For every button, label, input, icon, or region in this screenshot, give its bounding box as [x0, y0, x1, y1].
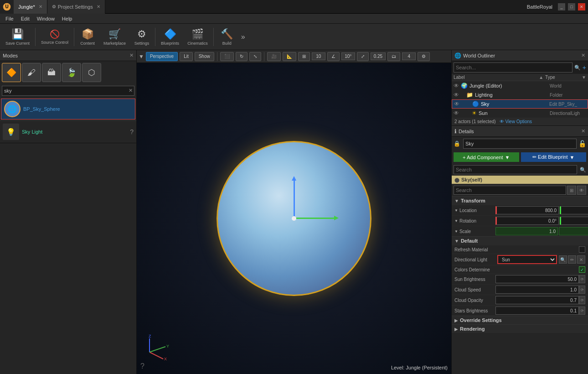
- mode-foliage[interactable]: 🍃: [62, 63, 81, 82]
- directional-light-search[interactable]: 🔍: [559, 255, 567, 264]
- eye-icon-jungle[interactable]: 👁: [454, 83, 459, 89]
- menu-help[interactable]: Help: [58, 14, 76, 24]
- outliner-search-input[interactable]: [454, 62, 573, 73]
- sort-icon[interactable]: ▲: [539, 75, 543, 80]
- directional-light-clear[interactable]: ✕: [577, 255, 585, 264]
- transform-section-header[interactable]: ▼ Transform: [452, 196, 588, 205]
- details-eye-view[interactable]: 👁: [577, 186, 586, 195]
- close-tab-jungle[interactable]: ✕: [39, 4, 42, 9]
- rendering-section-header[interactable]: ▶ Rendering: [452, 324, 588, 333]
- menu-edit[interactable]: Edit: [17, 14, 33, 24]
- override-settings-section-header[interactable]: ▶ Override Settings: [452, 316, 588, 324]
- cloud-speed-input[interactable]: [495, 286, 579, 294]
- menu-window[interactable]: Window: [33, 14, 58, 24]
- mode-placement[interactable]: 🔶: [2, 63, 21, 82]
- cinematics-button[interactable]: 🎬 Cinematics: [184, 25, 211, 49]
- cloud-opacity-spin[interactable]: ⟳: [579, 296, 585, 304]
- cloud-opacity-input[interactable]: [495, 296, 579, 304]
- eye-icon-sun[interactable]: 👁: [454, 110, 459, 116]
- outliner-item-sky[interactable]: 👁 🔵 Sky Edit BP_Sky_: [452, 99, 588, 109]
- tab-project-settings[interactable]: ⚙ Project Settings ✕: [47, 0, 105, 14]
- outliner-search-icon[interactable]: 🔍: [574, 65, 581, 71]
- perspective-button[interactable]: Perspective: [146, 52, 178, 61]
- svg-text:U: U: [5, 4, 8, 9]
- details-lock-icon[interactable]: 🔒: [454, 140, 460, 147]
- source-control-button[interactable]: 🚫 Source Control: [37, 25, 72, 49]
- stars-brightness-input[interactable]: [495, 306, 579, 315]
- scale-x-input[interactable]: [495, 227, 558, 235]
- details-grid-view[interactable]: ⊞: [567, 186, 576, 195]
- colors-determine-checkbox[interactable]: ✓: [579, 266, 585, 273]
- stars-brightness-spin[interactable]: ⟳: [579, 306, 585, 315]
- vp-settings[interactable]: ⚙: [418, 52, 430, 61]
- mode-result-sky-light[interactable]: 💡 Sky Light ?: [0, 120, 136, 143]
- tab-jungle[interactable]: Jungle* ✕: [14, 0, 47, 14]
- blueprints-button[interactable]: 🔷 Blueprints: [157, 25, 183, 49]
- refresh-material-checkbox[interactable]: [579, 246, 585, 253]
- grid-snapping[interactable]: ⊞: [298, 52, 310, 61]
- details-search-input[interactable]: [454, 165, 577, 174]
- layers-btn[interactable]: 🗂: [387, 52, 400, 61]
- transform-rotate[interactable]: ↻: [236, 52, 248, 61]
- outliner-view-options[interactable]: 👁 View Options: [500, 119, 532, 124]
- mode-landscape[interactable]: 🏔: [42, 63, 61, 82]
- show-button[interactable]: Show: [195, 52, 214, 61]
- toolbar-more-button[interactable]: »: [239, 33, 247, 41]
- marketplace-icon: 🛒: [108, 28, 121, 40]
- modes-close-icon[interactable]: ✕: [129, 52, 134, 58]
- maximize-button[interactable]: □: [568, 3, 575, 10]
- sky-light-help[interactable]: ?: [130, 128, 134, 135]
- mode-paint[interactable]: 🖌: [22, 63, 41, 82]
- details-search2-input[interactable]: [454, 186, 566, 195]
- sun-brightness-spin[interactable]: ⟳: [579, 275, 585, 283]
- eye-icon-lighting[interactable]: 👁: [454, 92, 459, 98]
- add-component-button[interactable]: + Add Component ▼: [454, 152, 519, 162]
- edit-blueprint-button[interactable]: ✏ Edit Blueprint ▼: [521, 152, 587, 162]
- outliner-item-sun[interactable]: 👁 ☀ Sun DirectionalLigh: [452, 109, 588, 118]
- location-x-input[interactable]: [495, 206, 559, 214]
- save-current-button[interactable]: 💾 Save Current: [2, 25, 33, 49]
- viewport-dropdown-arrow[interactable]: ▼: [139, 53, 144, 60]
- scale-y-input[interactable]: [559, 227, 588, 235]
- minimize-button[interactable]: _: [558, 3, 565, 10]
- outliner-close-icon[interactable]: ✕: [581, 52, 585, 58]
- directional-light-edit[interactable]: ✏: [568, 255, 576, 264]
- marketplace-button[interactable]: 🛒 Marketplace: [100, 25, 129, 49]
- settings-button[interactable]: ⚙ Settings: [130, 25, 153, 49]
- eye-icon-sky[interactable]: 👁: [454, 101, 459, 107]
- outliner-add-icon[interactable]: +: [583, 64, 586, 71]
- transform-move[interactable]: ⬛: [220, 52, 234, 61]
- close-button[interactable]: ✕: [578, 3, 585, 10]
- scale-btn[interactable]: ⤢: [357, 52, 369, 61]
- svg-text:Y: Y: [166, 344, 169, 348]
- cloud-speed-spin[interactable]: ⟳: [579, 286, 585, 294]
- angle-btn[interactable]: ∠: [327, 52, 340, 61]
- details-search-icon[interactable]: 🔍: [580, 167, 586, 173]
- modes-search-clear[interactable]: ✕: [129, 88, 133, 94]
- content-button[interactable]: 📦 Content: [76, 25, 99, 49]
- directional-light-select[interactable]: Sun: [497, 255, 557, 264]
- details-close-icon[interactable]: ✕: [581, 128, 585, 134]
- mode-geometry[interactable]: ⬡: [82, 63, 101, 82]
- close-tab-project-settings[interactable]: ✕: [97, 4, 100, 9]
- component-sky-self[interactable]: ⬤ Sky(self): [452, 176, 588, 184]
- modes-search-input[interactable]: [2, 86, 134, 96]
- sun-brightness-input[interactable]: [495, 275, 579, 283]
- lit-button[interactable]: Lit: [180, 52, 193, 61]
- outliner-item-lighting[interactable]: 👁 📁 Lighting Folder: [452, 90, 588, 99]
- build-button[interactable]: 🔨 Build: [216, 25, 238, 49]
- outliner-item-jungle[interactable]: 👁 🌍 Jungle (Editor) World: [452, 81, 588, 90]
- mode-result-bp-sky[interactable]: 🌐 BP_Sky_Sphere: [1, 99, 135, 119]
- location-y-input[interactable]: [560, 206, 588, 214]
- rotation-x-input[interactable]: [495, 217, 559, 225]
- default-section-header[interactable]: ▼ Default: [452, 236, 588, 245]
- details-unlock-icon[interactable]: 🔓: [578, 140, 586, 147]
- surface-snapping[interactable]: 📐: [283, 52, 296, 61]
- details-name-input[interactable]: [463, 139, 577, 149]
- camera-speed[interactable]: 🎥: [267, 52, 281, 61]
- rotation-y-input[interactable]: [560, 217, 588, 225]
- menu-file[interactable]: File: [2, 14, 17, 24]
- viewport-help[interactable]: ?: [140, 362, 144, 370]
- transform-scale[interactable]: ⤡: [249, 52, 261, 61]
- rotation-row: ▼ Rotation 🔒: [452, 215, 588, 226]
